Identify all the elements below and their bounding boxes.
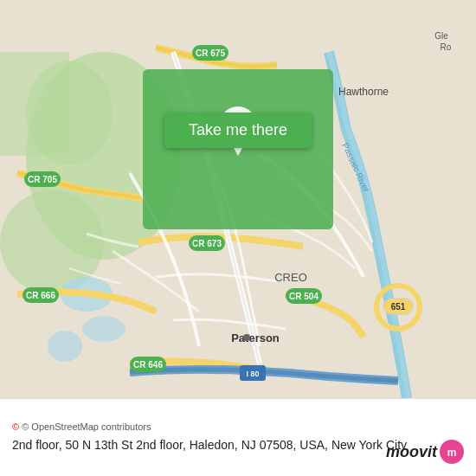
svg-text:CR 673: CR 673	[192, 239, 222, 248]
svg-text:Gle: Gle	[434, 31, 448, 41]
moovit-icon: m	[440, 440, 464, 464]
svg-text:Ro: Ro	[441, 42, 452, 52]
svg-rect-4	[0, 52, 69, 156]
svg-text:651: 651	[391, 302, 406, 312]
svg-text:CR 646: CR 646	[133, 360, 163, 370]
map-container: CR 675 CR 705 CR 673 CR 666 CR 646 CR 50…	[0, 0, 476, 398]
osm-credit-text: © OpenStreetMap contributors	[22, 421, 151, 432]
svg-point-6	[82, 316, 125, 342]
svg-text:CR 675: CR 675	[196, 48, 225, 58]
info-bar: © © OpenStreetMap contributors 2nd floor…	[0, 398, 476, 476]
svg-text:CREO: CREO	[274, 271, 307, 284]
copyright-symbol: ©	[12, 421, 19, 432]
map-svg: CR 675 CR 705 CR 673 CR 666 CR 646 CR 50…	[0, 0, 476, 398]
svg-text:I 80: I 80	[246, 370, 259, 378]
take-me-there-button[interactable]: Take me there	[164, 113, 312, 148]
svg-text:CR 666: CR 666	[26, 291, 55, 300]
svg-point-28	[243, 334, 250, 341]
svg-text:CR 705: CR 705	[28, 175, 57, 184]
moovit-text: moovit	[386, 443, 437, 461]
svg-text:Paterson: Paterson	[231, 331, 280, 344]
svg-text:Hawthorne: Hawthorne	[338, 86, 389, 98]
moovit-logo: moovit m	[386, 440, 464, 464]
osm-credit: © © OpenStreetMap contributors	[12, 421, 464, 432]
svg-point-7	[48, 331, 82, 362]
svg-text:CR 504: CR 504	[289, 292, 318, 301]
button-overlay: Take me there	[164, 113, 312, 148]
svg-text:m: m	[447, 447, 457, 459]
